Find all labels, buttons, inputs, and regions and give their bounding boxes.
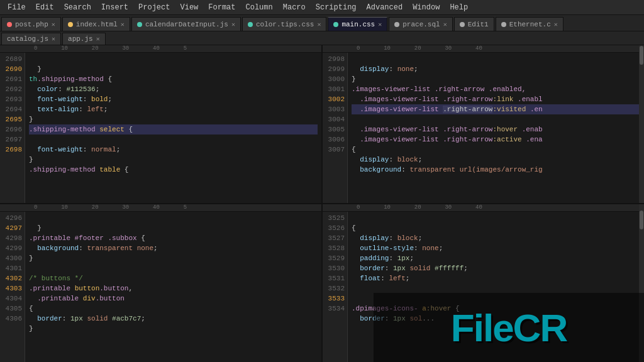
tab-close-prace-sql[interactable]: ✕ [443, 21, 447, 28]
code-inner-tr: 2998 2999 3000 3001 3002 3003 3004 3005 … [323, 53, 644, 203]
code-line: /* buttons */ [29, 275, 83, 282]
code-line: display: block; [352, 156, 422, 163]
line-num: 4306 [3, 314, 22, 324]
code-line: .shipping-method table { [29, 166, 128, 173]
line-num: 2690 [3, 64, 22, 74]
menu-format[interactable]: Format [203, 0, 240, 15]
menu-macro[interactable]: Macro [278, 0, 311, 15]
tab2-close-app[interactable]: ✕ [96, 35, 100, 43]
line-num: 2697 [3, 134, 22, 145]
tab-close-calendar[interactable]: ✕ [231, 21, 235, 28]
tab-close-main-css[interactable]: ✕ [378, 21, 382, 28]
line-num: 2693 [3, 94, 22, 104]
code-bl[interactable]: } .printable #footer .subbox { backgroun… [25, 212, 321, 362]
menu-view[interactable]: View [175, 0, 203, 15]
line-num: 3525 [325, 213, 345, 223]
line-num: 4298 [3, 233, 22, 243]
tab-close-post-php[interactable]: ✕ [52, 21, 55, 28]
code-line: display: block; [352, 234, 422, 242]
code-inner-bl: 4296 4297 4298 4299 4300 4301 4302 4303 … [0, 212, 321, 362]
code-line: outline-style: none; [352, 244, 443, 252]
tab-label: Edit1 [468, 21, 489, 28]
tab-close-ethernet[interactable]: ✕ [554, 21, 558, 28]
tab-label: calendarDateInput.js [145, 21, 228, 28]
line-num: 3003 [325, 104, 345, 114]
code-line: .images-viewer-list .right-arrow:visited… [352, 104, 640, 114]
ruler-top-right: 0 10 20 30 40 [323, 45, 644, 53]
tab-color-tips[interactable]: color.tips.css ✕ [242, 17, 326, 31]
code-line: } [29, 224, 42, 232]
menu-search[interactable]: Search [59, 0, 96, 15]
menu-file[interactable]: File [3, 0, 31, 15]
line-num: 3530 [325, 263, 345, 273]
menu-scripting[interactable]: Scripting [311, 0, 362, 15]
code-line: } [29, 116, 33, 123]
menu-advanced[interactable]: Advanced [362, 0, 408, 15]
menu-column[interactable]: Column [241, 0, 278, 15]
line-num: 4300 [3, 253, 22, 263]
line-num: 3528 [325, 243, 345, 253]
code-tr[interactable]: display: none; } .images-viewer-list .ri… [348, 53, 644, 203]
tab-calendar-date-input[interactable]: calendarDateInput.js ✕ [131, 17, 241, 31]
line-num: 3007 [325, 145, 345, 155]
scrollbar-thumb-br [640, 211, 643, 229]
menu-edit[interactable]: Edit [31, 0, 59, 15]
tab-post-php[interactable]: post.php ✕ [1, 17, 61, 31]
tab-main-css[interactable]: main.css ✕ [328, 17, 387, 31]
scrollbar-tr[interactable] [639, 45, 644, 203]
code-line: { [352, 224, 356, 232]
tab2-close-catalog[interactable]: ✕ [52, 35, 55, 43]
code-line: border: 1px solid #acb7c7; [29, 315, 145, 322]
pane-top-right: 0 10 20 30 40 2998 2999 3000 3001 3002 3… [323, 45, 644, 203]
code-line: float: left; [352, 275, 409, 282]
menu-help[interactable]: Help [445, 0, 473, 15]
ruler-top-left: 0 10 20 30 40 5 [0, 45, 321, 53]
code-tl[interactable]: } th.shipping-method { color: #112536; f… [25, 53, 321, 203]
line-num: 3532 [325, 283, 345, 293]
menu-insert[interactable]: Insert [96, 0, 133, 15]
pane-top-left: 0 10 20 30 40 5 2689 2690 2691 2692 2693… [0, 45, 323, 203]
tab-label: color.tips.css [256, 21, 314, 28]
line-num: 3006 [325, 134, 345, 145]
ruler-bottom-left: 0 10 20 30 40 5 [0, 204, 321, 212]
line-num: 4305 [3, 304, 22, 314]
code-line: { [29, 305, 33, 312]
line-num: 2694 [3, 104, 22, 114]
menu-window[interactable]: Window [408, 0, 445, 15]
tab-app-js[interactable]: app.js ✕ [62, 33, 106, 45]
line-num: 2691 [3, 74, 22, 84]
tab-ethernet-c[interactable]: Ethernet.c ✕ [496, 17, 564, 31]
tab-prace-sql[interactable]: prace.sql ✕ [389, 17, 452, 31]
tab-edit1[interactable]: Edit1 [454, 17, 494, 31]
line-numbers-tl: 2689 2690 2691 2692 2693 2694 2695 2696 … [0, 53, 25, 203]
tab-label: Ethernet.c [509, 21, 551, 28]
ruler-bottom-right: 0 10 20 30 40 [323, 204, 644, 212]
scrollbar-br[interactable] [639, 204, 644, 362]
tab-label: post.php [15, 21, 48, 28]
tab-index-html[interactable]: index.html ✕ [62, 17, 130, 31]
line-num: 2999 [325, 64, 345, 74]
tab-catalog-js[interactable]: catalog.js ✕ [1, 33, 61, 45]
line-num: 2696 [3, 124, 22, 134]
code-line: .shipping-method select { [29, 124, 318, 134]
menu-project[interactable]: Project [133, 0, 175, 15]
code-br[interactable]: { display: block; outline-style: none; p… [348, 212, 644, 362]
line-num: 4302 [3, 273, 22, 283]
code-line: } [29, 156, 33, 163]
line-num: 4297 [3, 223, 22, 233]
line-num: 2689 [3, 54, 22, 64]
code-line: .images-viewer-list .right-arrow .enable… [352, 85, 526, 93]
tab-close-color-tips[interactable]: ✕ [317, 21, 321, 28]
line-num: 4304 [3, 293, 22, 304]
code-line: } [352, 75, 356, 83]
pane-row-bottom: 0 10 20 30 40 5 4296 4297 4298 4299 4300… [0, 204, 644, 362]
code-line: .dpimages-icons- a:hover { [352, 305, 460, 312]
line-num: 4296 [3, 213, 22, 223]
code-line: text-align: left; [29, 106, 108, 113]
pane-bottom-left: 0 10 20 30 40 5 4296 4297 4298 4299 4300… [0, 204, 323, 362]
line-num: 3002 [325, 94, 345, 104]
tab-label: prace.sql [402, 21, 440, 28]
code-line: padding: 1px; [352, 255, 414, 262]
tab-close-index-html[interactable]: ✕ [121, 21, 125, 28]
line-num: 3527 [325, 233, 345, 243]
